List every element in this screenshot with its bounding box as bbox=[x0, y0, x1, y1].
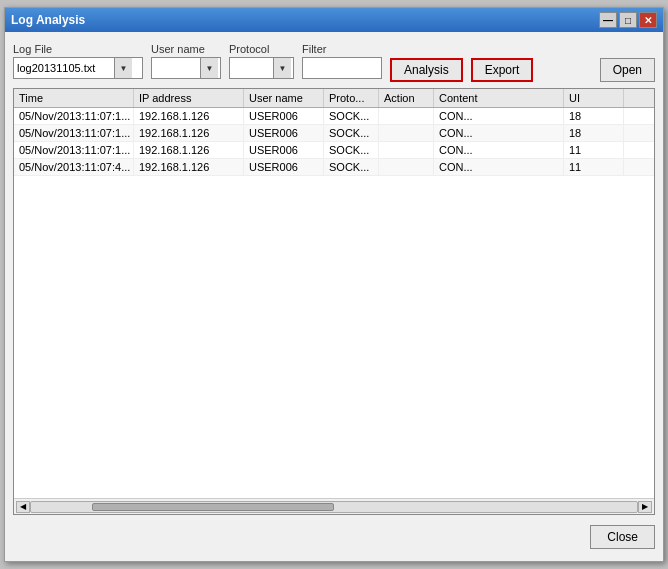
table-cell: USER006 bbox=[244, 159, 324, 175]
col-header-time[interactable]: Time bbox=[14, 89, 134, 107]
table-cell: SOCK... bbox=[324, 108, 379, 124]
table-cell: 05/Nov/2013:11:07:1... bbox=[14, 125, 134, 141]
main-window: Log Analysis — □ ✕ Log File ▼ User bbox=[4, 7, 664, 562]
protocol-dropdown-btn[interactable]: ▼ bbox=[273, 58, 291, 78]
username-dropdown-btn[interactable]: ▼ bbox=[200, 58, 218, 78]
table-cell: CON... bbox=[434, 108, 564, 124]
toolbar: Log File ▼ User name ▼ bbox=[13, 40, 655, 82]
username-input[interactable] bbox=[152, 58, 200, 78]
table-cell: 05/Nov/2013:11:07:1... bbox=[14, 108, 134, 124]
table-cell: 192.168.1.126 bbox=[134, 108, 244, 124]
col-header-ip[interactable]: IP address bbox=[134, 89, 244, 107]
footer: Close bbox=[13, 521, 655, 553]
username-label: User name bbox=[151, 43, 221, 55]
log-file-label: Log File bbox=[13, 43, 143, 55]
window-close-button[interactable]: ✕ bbox=[639, 12, 657, 28]
username-control: ▼ bbox=[151, 57, 221, 79]
filter-input[interactable] bbox=[302, 57, 382, 79]
table-cell: 05/Nov/2013:11:07:4... bbox=[14, 159, 134, 175]
scroll-right-btn[interactable]: ▶ bbox=[638, 501, 652, 513]
protocol-group: Protocol ▼ bbox=[229, 43, 294, 79]
table-cell bbox=[379, 142, 434, 158]
table-body: 05/Nov/2013:11:07:1...192.168.1.126USER0… bbox=[14, 108, 654, 498]
table-cell: 192.168.1.126 bbox=[134, 142, 244, 158]
log-table: Time IP address User name Proto... Actio… bbox=[13, 88, 655, 515]
table-cell: USER006 bbox=[244, 142, 324, 158]
table-row[interactable]: 05/Nov/2013:11:07:1...192.168.1.126USER0… bbox=[14, 108, 654, 125]
horizontal-scrollbar[interactable] bbox=[30, 501, 638, 513]
table-cell: 11 bbox=[564, 159, 624, 175]
username-combobox[interactable]: ▼ bbox=[151, 57, 221, 79]
table-cell bbox=[379, 125, 434, 141]
table-cell: USER006 bbox=[244, 125, 324, 141]
col-header-user[interactable]: User name bbox=[244, 89, 324, 107]
table-cell: CON... bbox=[434, 159, 564, 175]
scroll-left-btn[interactable]: ◀ bbox=[16, 501, 30, 513]
col-header-ui[interactable]: UI bbox=[564, 89, 624, 107]
col-header-proto[interactable]: Proto... bbox=[324, 89, 379, 107]
table-row[interactable]: 05/Nov/2013:11:07:4...192.168.1.126USER0… bbox=[14, 159, 654, 176]
title-bar: Log Analysis — □ ✕ bbox=[5, 8, 663, 32]
horizontal-scrollbar-area: ◀ ▶ bbox=[14, 498, 654, 514]
protocol-label: Protocol bbox=[229, 43, 294, 55]
window-title: Log Analysis bbox=[11, 13, 85, 27]
filter-label: Filter bbox=[302, 43, 382, 55]
table-row[interactable]: 05/Nov/2013:11:07:1...192.168.1.126USER0… bbox=[14, 125, 654, 142]
table-cell: 18 bbox=[564, 108, 624, 124]
table-cell bbox=[379, 108, 434, 124]
protocol-input[interactable] bbox=[230, 58, 273, 78]
filter-group: Filter bbox=[302, 43, 382, 79]
log-file-control: ▼ bbox=[13, 57, 143, 79]
protocol-combobox[interactable]: ▼ bbox=[229, 57, 294, 79]
close-window-button[interactable]: Close bbox=[590, 525, 655, 549]
table-header: Time IP address User name Proto... Actio… bbox=[14, 89, 654, 108]
maximize-button[interactable]: □ bbox=[619, 12, 637, 28]
filter-control bbox=[302, 57, 382, 79]
minimize-button[interactable]: — bbox=[599, 12, 617, 28]
table-cell: CON... bbox=[434, 125, 564, 141]
table-cell: 192.168.1.126 bbox=[134, 159, 244, 175]
table-row[interactable]: 05/Nov/2013:11:07:1...192.168.1.126USER0… bbox=[14, 142, 654, 159]
table-cell: 192.168.1.126 bbox=[134, 125, 244, 141]
log-file-group: Log File ▼ bbox=[13, 43, 143, 79]
analysis-button[interactable]: Analysis bbox=[390, 58, 463, 82]
table-cell: SOCK... bbox=[324, 125, 379, 141]
col-header-action[interactable]: Action bbox=[379, 89, 434, 107]
open-button[interactable]: Open bbox=[600, 58, 655, 82]
table-cell: USER006 bbox=[244, 108, 324, 124]
log-file-dropdown-btn[interactable]: ▼ bbox=[114, 58, 132, 78]
table-cell: 11 bbox=[564, 142, 624, 158]
window-content: Log File ▼ User name ▼ bbox=[5, 32, 663, 561]
protocol-control: ▼ bbox=[229, 57, 294, 79]
log-file-input[interactable] bbox=[14, 58, 114, 78]
log-file-combobox[interactable]: ▼ bbox=[13, 57, 143, 79]
scrollbar-thumb[interactable] bbox=[92, 503, 334, 511]
table-cell bbox=[379, 159, 434, 175]
table-cell: 18 bbox=[564, 125, 624, 141]
title-bar-buttons: — □ ✕ bbox=[599, 12, 657, 28]
export-button[interactable]: Export bbox=[471, 58, 534, 82]
username-group: User name ▼ bbox=[151, 43, 221, 79]
table-cell: SOCK... bbox=[324, 142, 379, 158]
table-cell: CON... bbox=[434, 142, 564, 158]
table-cell: SOCK... bbox=[324, 159, 379, 175]
table-cell: 05/Nov/2013:11:07:1... bbox=[14, 142, 134, 158]
col-header-content[interactable]: Content bbox=[434, 89, 564, 107]
